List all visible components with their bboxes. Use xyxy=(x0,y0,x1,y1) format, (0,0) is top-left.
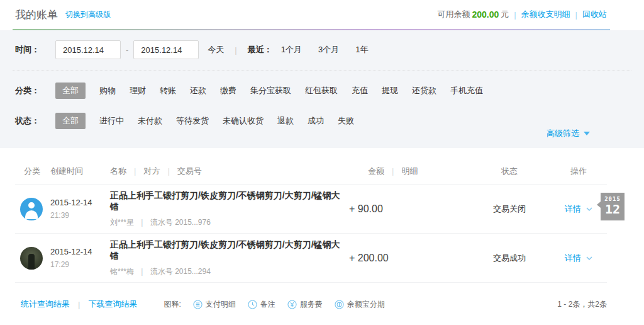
status-option-all[interactable]: 全部 xyxy=(55,113,86,129)
header-party: 对方 xyxy=(143,166,160,177)
switch-to-advanced-link[interactable]: 切换到高级版 xyxy=(65,9,111,20)
legend-item-service-fee: 服务费 xyxy=(287,299,323,310)
legend-label: 图释: xyxy=(164,299,180,310)
category-option-all[interactable]: 全部 xyxy=(55,83,86,99)
header-amount-group: 金额 | 明细 xyxy=(349,166,469,177)
row-name-cell: 正品上利手工锻打剪刀/铁皮剪刀/不锈钢剪刀/大剪刀/锰钢大锚 铭***梅 | 流… xyxy=(110,239,349,277)
row-title: 正品上利手工锻打剪刀/铁皮剪刀/不锈钢剪刀/大剪刀/锰钢大锚 xyxy=(110,239,343,262)
balance-unit: 元 xyxy=(501,9,509,20)
balance-label: 可用余额 xyxy=(437,9,470,20)
category-option-wealth[interactable]: 理财 xyxy=(130,85,146,96)
row-subtitle: 刘***星 | 流水号 2015...976 xyxy=(110,217,343,228)
note-clock-circle-icon xyxy=(248,300,257,309)
table-header-row: 分类 创建时间 名称 | 对方 | 交易号 金额 | 明细 状态 操作 xyxy=(15,158,607,185)
row-status: 交易关闭 xyxy=(469,203,550,215)
row-subtitle: 铭***梅 | 流水号 2015...294 xyxy=(110,266,343,277)
category-option-shopping[interactable]: 购物 xyxy=(99,85,116,96)
row-time: 17:29 xyxy=(50,260,110,269)
header-created: 创建时间 xyxy=(50,166,110,177)
category-label: 分类： xyxy=(15,85,55,96)
status-option-failed[interactable]: 失败 xyxy=(338,115,354,127)
category-option-jifenbao[interactable]: 集分宝获取 xyxy=(250,85,291,96)
legend: 图释: 支付明细 备注 服务费 xyxy=(164,299,384,310)
footer: 统计查询结果 | 下载查询结果 图释: 支付明细 备注 服务费 xyxy=(0,283,644,310)
legend-item-yuebao-installment: 余额宝分期 xyxy=(335,299,385,310)
recent-option-1year[interactable]: 1年 xyxy=(355,44,368,55)
download-result-link[interactable]: 下载查询结果 xyxy=(88,299,137,310)
header-action: 操作 xyxy=(550,166,607,177)
recent-option-1month[interactable]: 1个月 xyxy=(281,44,302,55)
top-bar: 我的账单 切换到高级版 可用余额 200.00 元 | 余额收支明细 | 回收站 xyxy=(0,0,644,29)
caret-down-icon xyxy=(584,132,590,135)
payment-detail-circle-icon xyxy=(193,300,203,309)
detail-link[interactable]: 详情 xyxy=(565,253,581,263)
header-name-group: 名称 | 对方 | 交易号 xyxy=(110,166,349,177)
row-date: 2015-12-14 xyxy=(50,198,110,207)
person-avatar-icon[interactable] xyxy=(20,198,43,220)
page-title: 我的账单 xyxy=(15,8,58,22)
status-option-unconfirmed-receipt[interactable]: 未确认收货 xyxy=(223,115,264,127)
category-option-topup[interactable]: 充值 xyxy=(352,85,368,96)
separator: | xyxy=(392,166,394,176)
advanced-filter-label: 高级筛选 xyxy=(547,128,579,139)
row-category-cell xyxy=(15,198,50,220)
category-option-redpacket[interactable]: 红包获取 xyxy=(305,85,338,96)
user-photo-avatar[interactable] xyxy=(20,247,43,270)
row-category-cell xyxy=(15,247,50,270)
row-serial: 流水号 2015...294 xyxy=(150,267,211,276)
category-option-utility[interactable]: 缴费 xyxy=(220,85,236,96)
detail-link[interactable]: 详情 xyxy=(565,204,581,214)
date-start-input[interactable] xyxy=(55,40,121,59)
header-txn: 交易号 xyxy=(177,166,202,177)
row-date: 2015-12-14 xyxy=(50,247,110,256)
header-status: 状态 xyxy=(469,166,550,177)
category-option-mobile-topup[interactable]: 手机充值 xyxy=(450,85,483,96)
row-title: 正品上利手工锻打剪刀/铁皮剪刀/不锈钢剪刀/大剪刀/锰钢大锚 xyxy=(110,190,343,213)
header-category: 分类 xyxy=(15,166,50,177)
row-amount: + 200.00 xyxy=(349,253,469,264)
status-option-success[interactable]: 成功 xyxy=(308,115,324,127)
status-option-in-progress[interactable]: 进行中 xyxy=(99,115,124,127)
row-serial: 流水号 2015...976 xyxy=(150,218,211,227)
chevron-down-icon xyxy=(586,207,592,211)
category-option-withdraw[interactable]: 提现 xyxy=(382,85,398,96)
legend-text: 备注 xyxy=(260,299,275,310)
advanced-filter-link[interactable]: 高级筛选 xyxy=(547,128,590,139)
separator: | xyxy=(235,45,236,55)
header-detail: 明细 xyxy=(401,166,418,177)
row-time: 21:39 xyxy=(50,211,110,220)
recent-option-3month[interactable]: 3个月 xyxy=(318,44,339,55)
legend-text: 服务费 xyxy=(300,299,323,310)
recent-label: 最近： xyxy=(248,44,272,55)
month-nav-badge[interactable]: 2015 12 xyxy=(601,193,625,220)
header-name: 名称 xyxy=(110,166,126,177)
status-option-refund[interactable]: 退款 xyxy=(277,115,294,127)
avatar-figure-shape xyxy=(28,254,35,270)
category-option-transfer[interactable]: 转账 xyxy=(160,85,176,96)
yuebao-installment-circle-icon xyxy=(335,300,344,309)
badge-month: 12 xyxy=(601,202,625,216)
balance-detail-link[interactable]: 余额收支明细 xyxy=(521,9,570,20)
header-amount: 金额 xyxy=(368,166,384,177)
my-bills-page: 我的账单 切换到高级版 可用余额 200.00 元 | 余额收支明细 | 回收站… xyxy=(0,0,644,325)
separator: | xyxy=(141,218,143,227)
status-option-unpaid[interactable]: 未付款 xyxy=(138,115,162,127)
avatar-head-shape xyxy=(28,202,35,208)
separator: | xyxy=(141,267,143,276)
category-filter-row: 分类： 全部 购物 理财 转账 还款 缴费 集分宝获取 红包获取 充值 提现 还… xyxy=(15,83,644,99)
row-status: 交易成功 xyxy=(469,253,550,264)
separator: | xyxy=(134,166,136,176)
date-range-dash: - xyxy=(126,45,128,55)
today-option[interactable]: 今天 xyxy=(208,44,224,55)
row-amount: + 90.00 xyxy=(349,203,469,215)
recycle-bin-link[interactable]: 回收站 xyxy=(582,9,607,20)
avatar-torso-shape xyxy=(25,210,38,219)
separator: | xyxy=(78,300,80,309)
row-created-cell: 2015-12-14 21:39 xyxy=(50,198,110,220)
category-option-loan-repay[interactable]: 还贷款 xyxy=(412,85,436,96)
stats-result-link[interactable]: 统计查询结果 xyxy=(21,299,70,310)
status-option-awaiting-shipment[interactable]: 等待发货 xyxy=(176,115,209,127)
category-option-repayment[interactable]: 还款 xyxy=(190,85,206,96)
date-end-input[interactable] xyxy=(133,40,199,59)
time-label: 时间： xyxy=(15,44,55,55)
